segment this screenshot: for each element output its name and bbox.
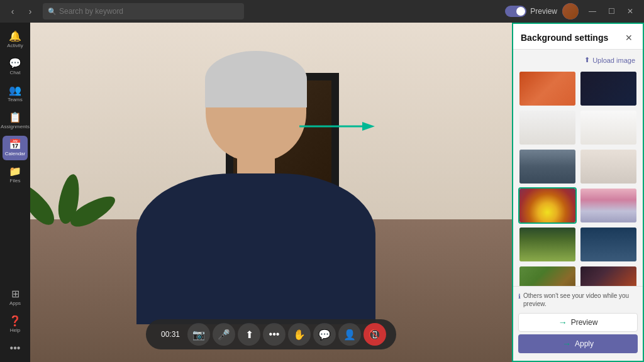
- bg-panel-footer: ℹ Others won't see your video while you …: [513, 286, 643, 361]
- minimize-button[interactable]: —: [584, 3, 601, 20]
- sidebar: 🔔 Activity 💬 Chat 👥 Teams 📋 Assignments …: [0, 23, 30, 362]
- preview-toggle-container: Preview: [505, 6, 557, 17]
- person-body: [136, 173, 375, 324]
- help-label: Help: [10, 327, 20, 333]
- sidebar-item-files[interactable]: 📁 Files: [3, 163, 28, 187]
- mic-icon: 🎤: [218, 329, 230, 341]
- bg-thumb-2[interactable]: [579, 70, 638, 107]
- sidebar-item-teams[interactable]: 👥 Teams: [3, 82, 28, 106]
- back-button[interactable]: ‹: [5, 4, 20, 19]
- sidebar-item-more[interactable]: •••: [3, 339, 28, 357]
- assignments-label: Assignments: [1, 124, 30, 129]
- svg-marker-1: [362, 122, 375, 131]
- end-call-icon: 📵: [369, 329, 381, 341]
- bg-thumb-inner-6: [580, 150, 636, 184]
- info-icon: ℹ: [518, 292, 521, 300]
- bg-thumb-7[interactable]: [518, 187, 577, 224]
- sidebar-item-calendar[interactable]: 📅 Calendar: [3, 136, 28, 160]
- upload-row: ⬆ Upload image: [518, 55, 638, 65]
- activity-icon: 🔔: [9, 31, 21, 41]
- bg-thumb-inner-12: [580, 266, 636, 286]
- person-hair: [205, 51, 307, 107]
- bg-thumb-6[interactable]: [579, 148, 638, 185]
- bg-thumb-inner-4: [580, 111, 636, 145]
- teams-label: Teams: [8, 97, 23, 102]
- files-icon: 📁: [9, 167, 21, 177]
- window-controls: — ☐ ✕: [584, 3, 639, 20]
- bg-thumb-11[interactable]: [518, 265, 577, 286]
- chat-bubble-icon: 💬: [318, 329, 331, 341]
- apply-button-label: Apply: [575, 339, 594, 348]
- user-avatar[interactable]: [562, 3, 579, 19]
- video-person: [105, 54, 407, 324]
- main-layout: 🔔 Activity 💬 Chat 👥 Teams 📋 Assignments …: [0, 23, 644, 362]
- sidebar-item-apps[interactable]: ⊞ Apps: [3, 285, 28, 310]
- raise-hand-icon: ✋: [293, 329, 306, 341]
- bg-panel-close-button[interactable]: ✕: [623, 31, 635, 44]
- bg-thumb-10[interactable]: [579, 226, 638, 263]
- people-icon: 👤: [343, 329, 356, 341]
- bg-thumb-inner-3: [519, 111, 575, 145]
- bg-thumb-4[interactable]: [579, 109, 638, 146]
- upload-image-button[interactable]: ⬆ Upload image: [582, 55, 638, 65]
- bg-thumb-8[interactable]: [579, 187, 638, 224]
- title-bar-right: Preview — ☐ ✕: [505, 3, 639, 20]
- preview-button[interactable]: → Preview: [518, 313, 638, 332]
- preview-label: Preview: [530, 7, 557, 16]
- bg-thumb-1[interactable]: [518, 70, 577, 107]
- upload-icon: ⬆: [584, 56, 590, 64]
- bg-thumb-inner-11: [519, 266, 575, 286]
- controls-bar: 00:31 📷 🎤 ⬆ ••• ✋ 💬: [146, 319, 396, 349]
- preview-button-label: Preview: [571, 318, 598, 327]
- preview-toggle-switch[interactable]: [505, 6, 526, 17]
- bg-thumb-inner-5: [519, 150, 575, 184]
- apps-label: Apps: [9, 300, 21, 306]
- nav-buttons: ‹ ›: [5, 4, 38, 19]
- chat-label: Chat: [10, 70, 21, 75]
- in-call-chat-button[interactable]: 💬: [313, 323, 336, 346]
- arrow-annotation: [299, 117, 375, 138]
- avatar-image: [562, 3, 579, 19]
- video-area: 00:31 📷 🎤 ⬆ ••• ✋ 💬: [30, 23, 512, 362]
- bg-thumb-9[interactable]: [518, 226, 577, 263]
- calendar-icon: 📅: [9, 140, 21, 150]
- bg-thumb-inner-8: [580, 189, 636, 222]
- sidebar-item-chat[interactable]: 💬 Chat: [3, 55, 28, 79]
- toggle-knob: [516, 7, 525, 16]
- bg-thumb-3[interactable]: [518, 109, 577, 146]
- more-dots-icon: •••: [269, 329, 280, 340]
- bg-thumb-inner-7: [519, 189, 575, 222]
- video-frame: 00:31 📷 🎤 ⬆ ••• ✋ 💬: [30, 23, 512, 362]
- end-call-button[interactable]: 📵: [364, 323, 386, 346]
- sidebar-item-help[interactable]: ❓ Help: [3, 312, 28, 337]
- apply-button[interactable]: → Apply: [518, 334, 638, 353]
- forward-button[interactable]: ›: [23, 4, 38, 19]
- sidebar-item-activity[interactable]: 🔔 Activity: [3, 28, 28, 52]
- camera-button[interactable]: 📷: [187, 323, 210, 346]
- preview-note: ℹ Others won't see your video while you …: [518, 292, 638, 308]
- bg-thumb-5[interactable]: [518, 148, 577, 185]
- bg-panel-title: Background settings: [521, 33, 608, 43]
- teams-icon: 👥: [9, 85, 21, 96]
- share-icon: ⬆: [245, 329, 253, 341]
- call-timer: 00:31: [156, 330, 185, 339]
- raise-hand-button[interactable]: ✋: [288, 323, 311, 346]
- title-bar-left: ‹ › 🔍: [5, 3, 244, 19]
- share-button[interactable]: ⬆: [238, 323, 260, 346]
- bg-thumb-inner-1: [519, 72, 575, 106]
- close-button[interactable]: ✕: [621, 3, 639, 20]
- bg-thumb-12[interactable]: [579, 265, 638, 286]
- participants-button[interactable]: 👤: [338, 323, 361, 346]
- plant-decoration: [36, 236, 87, 331]
- sidebar-item-assignments[interactable]: 📋 Assignments: [3, 109, 28, 133]
- background-grid: [518, 70, 638, 286]
- maximize-button[interactable]: ☐: [602, 3, 620, 20]
- bg-settings-panel: Background settings ✕ ⬆ Upload image: [512, 23, 644, 362]
- mic-button[interactable]: 🎤: [213, 323, 235, 346]
- preview-note-text: Others won't see your video while you pr…: [523, 292, 638, 308]
- bg-thumb-inner-2: [580, 72, 636, 106]
- search-input[interactable]: [43, 3, 244, 19]
- bg-thumb-inner-9: [519, 228, 575, 261]
- more-options-button[interactable]: •••: [263, 323, 286, 346]
- files-label: Files: [10, 178, 21, 184]
